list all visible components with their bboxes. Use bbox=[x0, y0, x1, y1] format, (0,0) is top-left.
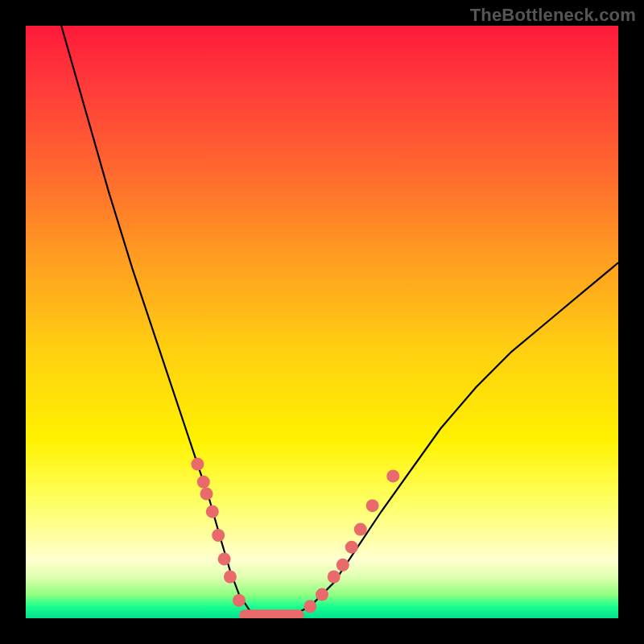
curve-marker bbox=[386, 469, 399, 482]
curve-marker bbox=[303, 600, 316, 613]
curve-marker bbox=[218, 552, 231, 565]
curve-marker bbox=[197, 476, 210, 489]
curve-marker bbox=[345, 541, 358, 554]
curve-marker bbox=[316, 588, 328, 601]
curve-marker bbox=[191, 458, 204, 471]
curve-marker bbox=[354, 523, 367, 536]
curve-marker bbox=[212, 529, 225, 542]
curve-marker bbox=[224, 571, 237, 584]
marker-group-right bbox=[303, 469, 399, 613]
plot-area bbox=[26, 26, 618, 618]
chart-frame: TheBottleneck.com bbox=[0, 0, 644, 644]
curve-svg bbox=[26, 26, 618, 618]
curve-marker bbox=[200, 487, 213, 500]
curve-marker bbox=[328, 571, 341, 584]
bottleneck-curve bbox=[61, 26, 618, 618]
curve-marker bbox=[233, 594, 246, 607]
curve-marker bbox=[366, 499, 379, 512]
curve-marker bbox=[336, 559, 349, 572]
marker-group-left bbox=[191, 458, 246, 607]
watermark-text: TheBottleneck.com bbox=[470, 5, 636, 26]
curve-marker bbox=[206, 506, 219, 518]
